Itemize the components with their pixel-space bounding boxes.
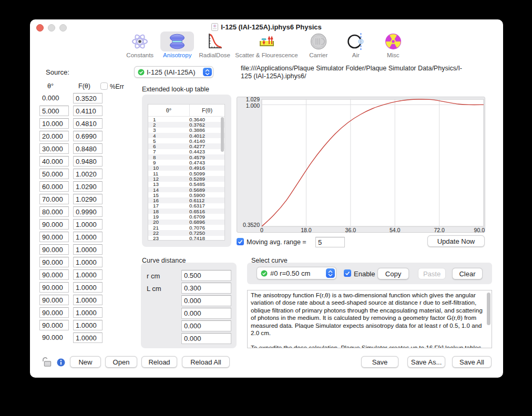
curve-distance-input[interactable]: [181, 333, 231, 344]
source-dropdown[interactable]: I-125 (IAI-125A): [134, 66, 213, 78]
lookup-row: 170.6317: [148, 203, 224, 209]
lookup-row: 180.6516: [148, 209, 224, 214]
f-theta-input[interactable]: [73, 181, 103, 192]
theta-input[interactable]: [39, 244, 69, 255]
theta-input[interactable]: [39, 118, 69, 129]
tab-anisotropy[interactable]: Anisotropy: [160, 32, 194, 58]
lookup-table-panel: θ° F(θ) 10.364020.376230.388640.401250.4…: [142, 95, 231, 247]
svg-text:1.000: 1.000: [246, 102, 260, 109]
tab-label: Constants: [126, 52, 154, 58]
f-theta-input[interactable]: [73, 143, 103, 154]
lookup-row: 40.4012: [148, 133, 224, 138]
save-as-button[interactable]: Save As...: [407, 356, 445, 368]
tab-air[interactable]: Air: [339, 32, 373, 58]
theta-input[interactable]: [39, 194, 69, 204]
clear-button[interactable]: Clear: [452, 268, 483, 279]
theta-input[interactable]: [39, 206, 69, 217]
f-theta-input[interactable]: [73, 156, 103, 167]
percent-err-checkbox[interactable]: [100, 82, 108, 90]
theta-input[interactable]: [39, 106, 69, 116]
save-all-button[interactable]: Save All: [452, 356, 492, 368]
theta-input[interactable]: [39, 131, 69, 141]
theta-input[interactable]: [39, 169, 69, 179]
file-path: file:///Applications/Plaque Simulator Fo…: [241, 65, 468, 80]
f-theta-input[interactable]: [73, 320, 103, 330]
f-theta-input[interactable]: [73, 93, 103, 103]
f-theta-input[interactable]: [73, 269, 103, 280]
theta-input[interactable]: [39, 219, 69, 230]
theta-input[interactable]: [39, 282, 69, 293]
save-button[interactable]: Save: [361, 356, 398, 368]
f-theta-input[interactable]: [73, 118, 103, 129]
theta-input[interactable]: [39, 269, 69, 280]
svg-text:90.0: 90.0: [474, 227, 485, 232]
f-theta-input[interactable]: [73, 169, 103, 179]
status-ok-icon: [261, 270, 268, 277]
f-theta-input[interactable]: [73, 244, 103, 255]
f-theta-input[interactable]: [73, 307, 103, 318]
theta-input[interactable]: [39, 295, 69, 305]
curve-dropdown-value: #0 r=0.50 cm: [270, 269, 310, 277]
status-ok-icon: [138, 69, 145, 76]
lookup-scrollbar[interactable]: [221, 117, 224, 152]
description-paragraph: The anisotropy function F(r,θ) is a two-…: [251, 292, 486, 337]
moving-avg-checkbox[interactable]: [237, 238, 244, 245]
paste-button[interactable]: Paste: [418, 268, 446, 279]
anisotropy-curve-plot: 1.0291.0000.3520018.036.054.072.090.0: [237, 97, 485, 232]
tab-misc[interactable]: Misc: [376, 32, 410, 58]
tab-constants[interactable]: Constants: [123, 32, 157, 58]
lookup-row: 130.5485: [148, 182, 224, 187]
air-icon: [347, 32, 365, 51]
curve-dropdown[interactable]: #0 r=0.50 cm: [257, 267, 336, 279]
info-icon[interactable]: [57, 358, 65, 367]
theta-value: 90.000: [39, 332, 69, 343]
theta-input[interactable]: [39, 143, 69, 154]
f-theta-input[interactable]: [73, 219, 103, 230]
description-scrollbar[interactable]: [487, 293, 490, 325]
f-theta-input[interactable]: [73, 332, 103, 343]
svg-text:18.0: 18.0: [301, 227, 312, 232]
enable-checkbox[interactable]: [344, 269, 351, 277]
moving-avg-label: Moving avg. range =: [247, 238, 306, 246]
f-theta-input[interactable]: [73, 257, 103, 267]
tab-scatter-flourescence[interactable]: Scatter & Flourescence: [235, 32, 298, 58]
theta-input[interactable]: [39, 307, 69, 318]
radial-dose-icon: [207, 33, 222, 50]
description-paragraph: To expedite the dose calculation, Plaque…: [251, 344, 486, 348]
source-value: I-125 (IAI-125A): [147, 68, 196, 76]
lookup-row: 190.6709: [148, 214, 224, 219]
f-theta-input[interactable]: [73, 232, 103, 242]
f-theta-input[interactable]: [73, 194, 103, 204]
open-button[interactable]: Open: [105, 356, 137, 368]
theta-value: 0.000: [39, 93, 69, 103]
theta-input[interactable]: [39, 156, 69, 167]
curve-distance-input[interactable]: [181, 283, 231, 294]
curve-distance-input[interactable]: [181, 295, 231, 306]
reload-button[interactable]: Reload: [141, 356, 177, 368]
f-theta-input[interactable]: [73, 206, 103, 217]
unlocked-icon[interactable]: [41, 356, 53, 368]
theta-column-header: θ°: [47, 82, 54, 90]
theta-input[interactable]: [39, 257, 69, 267]
lookup-row: 210.7076: [148, 225, 224, 230]
f-theta-input[interactable]: [73, 106, 103, 116]
curve-distance-input[interactable]: [181, 308, 231, 319]
f-theta-input[interactable]: [73, 131, 103, 141]
curve-distance-input[interactable]: [181, 270, 231, 281]
f-theta-input[interactable]: [73, 282, 103, 293]
tab-carrier[interactable]: Carrier: [302, 32, 335, 58]
reload-all-button[interactable]: Reload All: [182, 356, 230, 368]
moving-avg-input[interactable]: [315, 237, 345, 247]
copy-button[interactable]: Copy: [377, 268, 409, 279]
update-now-button[interactable]: Update Now: [427, 235, 485, 247]
svg-text:0.3520: 0.3520: [243, 222, 260, 228]
f-theta-input[interactable]: [73, 295, 103, 305]
theta-input[interactable]: [39, 320, 69, 330]
curve-distance-panel: r cm L cm: [141, 263, 237, 348]
lookup-row: 20.3762: [148, 122, 224, 127]
theta-input[interactable]: [39, 181, 69, 192]
theta-input[interactable]: [39, 232, 69, 242]
tab-radialdose[interactable]: RadialDose: [198, 32, 231, 58]
curve-distance-input[interactable]: [181, 320, 231, 331]
new-button[interactable]: New: [70, 356, 101, 368]
